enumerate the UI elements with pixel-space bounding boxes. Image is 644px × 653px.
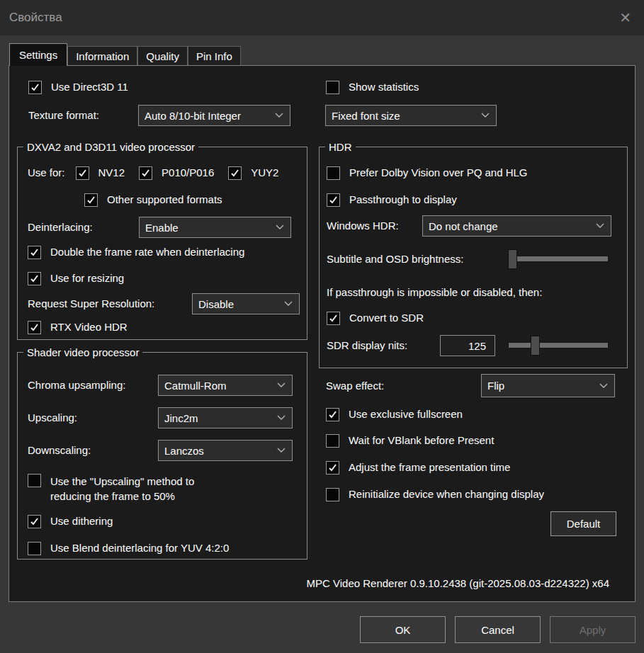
passthrough-row: Passthrough to display — [327, 193, 618, 207]
blend-deinterlacing-label: Use Blend deinterlacing for YUV 4:2:0 — [50, 541, 229, 555]
osd-brightness-row: Subtitle and OSD brightness: — [327, 249, 618, 270]
dolby-vision-row: Prefer Dolby Vision over PQ and HLG — [327, 166, 618, 180]
dropdown-value: Disable — [198, 298, 234, 310]
sdr-nits-label: SDR display nits: — [327, 339, 440, 353]
texture-format-dropdown[interactable]: Auto 8/10-bit Integer — [138, 105, 290, 126]
chevron-down-icon — [284, 301, 293, 307]
double-rate-row: Double the frame rate when deinterlacing — [28, 245, 298, 259]
downscaling-dropdown[interactable]: Lanczos — [158, 440, 293, 461]
double-rate-checkbox[interactable] — [28, 246, 41, 259]
font-size-dropdown[interactable]: Fixed font size — [325, 105, 497, 126]
dolby-vision-checkbox[interactable] — [327, 166, 340, 180]
cancel-button[interactable]: Cancel — [455, 616, 541, 643]
downscaling-row: Downscaling: Lanczos — [28, 440, 298, 461]
tab-quality[interactable]: Quality — [137, 46, 188, 65]
use-for-label: Use for: — [28, 166, 65, 180]
vblank-checkbox[interactable] — [326, 434, 339, 448]
dropdown-value: Lanczos — [164, 445, 204, 457]
texture-format-label: Texture format: — [28, 108, 138, 123]
other-formats-row: Other supported formats — [84, 193, 298, 207]
dithering-checkbox[interactable] — [28, 515, 41, 528]
use-resizing-label: Use for resizing — [50, 271, 124, 285]
use-resizing-checkbox[interactable] — [28, 272, 41, 285]
rtx-video-hdr-checkbox[interactable] — [28, 321, 41, 334]
blend-deinterlacing-row: Use Blend deinterlacing for YUV 4:2:0 — [28, 541, 298, 555]
halfres-label: Use the "Upscaling" method to reducing t… — [50, 474, 203, 504]
deinterlacing-row: Deinterlacing: Enable — [28, 217, 298, 238]
chroma-upsampling-dropdown[interactable]: Catmull-Rom — [158, 375, 293, 396]
ok-button[interactable]: OK — [360, 616, 446, 643]
check-icon — [78, 169, 87, 178]
dialog-button-row: OK Cancel Apply — [0, 602, 644, 643]
check-icon — [30, 274, 39, 283]
chevron-down-icon — [276, 225, 284, 230]
use-for-row: Use for: NV12 P010/P016 YUY2 — [28, 166, 298, 180]
dropdown-value: Jinc2m — [164, 412, 198, 424]
other-formats-label: Other supported formats — [107, 193, 222, 207]
use-direct3d11-checkbox[interactable] — [28, 81, 42, 94]
passthrough-fallback-text: If passthrough is impossible or disabled… — [327, 286, 618, 299]
upscaling-dropdown[interactable]: Jinc2m — [158, 407, 293, 428]
rtx-video-hdr-row: RTX Video HDR — [28, 320, 298, 334]
check-icon — [329, 314, 338, 323]
default-button[interactable]: Default — [550, 511, 616, 536]
swap-effect-dropdown[interactable]: Flip — [481, 374, 615, 397]
yuy2-checkbox[interactable] — [228, 166, 242, 180]
p010-label: P010/P016 — [162, 166, 214, 180]
yuy2-label: YUY2 — [251, 166, 278, 180]
slider-thumb[interactable] — [508, 249, 517, 269]
frame-time-checkbox[interactable] — [326, 461, 339, 475]
super-resolution-dropdown[interactable]: Disable — [192, 293, 300, 314]
tab-settings[interactable]: Settings — [9, 43, 67, 66]
blend-deinterlacing-checkbox[interactable] — [28, 542, 41, 555]
slider-thumb[interactable] — [531, 336, 540, 356]
deinterlacing-dropdown[interactable]: Enable — [139, 217, 291, 238]
check-icon — [86, 195, 96, 205]
osd-brightness-slider[interactable] — [508, 249, 609, 270]
dithering-label: Use dithering — [50, 514, 113, 528]
nv12-checkbox[interactable] — [76, 166, 89, 180]
windows-hdr-dropdown[interactable]: Do not change — [422, 215, 611, 237]
hdr-group: HDR Prefer Dolby Vision over PQ and HLG … — [319, 147, 628, 368]
exclusive-fullscreen-checkbox[interactable] — [326, 408, 339, 421]
dropdown-value: Catmull-Rom — [164, 380, 227, 392]
sdr-nits-input[interactable] — [440, 335, 495, 356]
other-formats-checkbox[interactable] — [84, 193, 98, 207]
vblank-row: Wait for VBlank before Present — [326, 433, 628, 448]
dropdown-value: Flip — [487, 380, 504, 392]
windows-hdr-row: Windows HDR: Do not change — [327, 215, 618, 237]
window-title: Свойства — [9, 11, 62, 25]
windows-hdr-label: Windows HDR: — [327, 219, 422, 233]
check-icon — [141, 169, 150, 178]
chevron-down-icon — [277, 448, 286, 453]
check-icon — [328, 410, 337, 419]
close-icon[interactable]: ✕ — [619, 11, 631, 25]
reinit-device-label: Reinitialize device when changing displa… — [349, 487, 544, 501]
chroma-upsampling-label: Chroma upsampling: — [28, 378, 158, 392]
dithering-row: Use dithering — [28, 514, 298, 528]
renderer-version-text: MPC Video Renderer 0.9.10.2438 (git-2025… — [306, 577, 609, 589]
swap-effect-row: Swap effect: Flip — [326, 374, 628, 397]
texture-format-row: Texture format: Auto 8/10-bit Integer — [28, 105, 307, 126]
slider-track[interactable] — [508, 256, 609, 262]
tab-bar: Settings Information Quality Pin Info — [0, 35, 644, 65]
hdr-group-title: HDR — [325, 140, 356, 154]
tab-information[interactable]: Information — [67, 46, 137, 65]
reinit-device-checkbox[interactable] — [326, 488, 339, 501]
convert-sdr-checkbox[interactable] — [327, 312, 340, 325]
sdr-nits-slider[interactable] — [508, 335, 609, 356]
passthrough-checkbox[interactable] — [327, 193, 340, 207]
osd-brightness-label: Subtitle and OSD brightness: — [327, 252, 508, 266]
dropdown-value: Do not change — [429, 220, 498, 232]
slider-track[interactable] — [508, 342, 609, 348]
tab-pin-info[interactable]: Pin Info — [188, 46, 241, 65]
halfres-checkbox[interactable] — [28, 474, 41, 487]
use-direct3d11-label: Use Direct3D 11 — [51, 80, 128, 94]
settings-page: Use Direct3D 11 Texture format: Auto 8/1… — [9, 65, 635, 602]
apply-button[interactable]: Apply — [550, 616, 635, 643]
p010-checkbox[interactable] — [139, 166, 152, 180]
show-statistics-label: Show statistics — [349, 80, 419, 94]
chevron-down-icon — [481, 113, 490, 118]
show-statistics-checkbox[interactable] — [326, 81, 339, 94]
dxva2-group-title: DXVA2 and D3D11 video processor — [23, 140, 198, 154]
